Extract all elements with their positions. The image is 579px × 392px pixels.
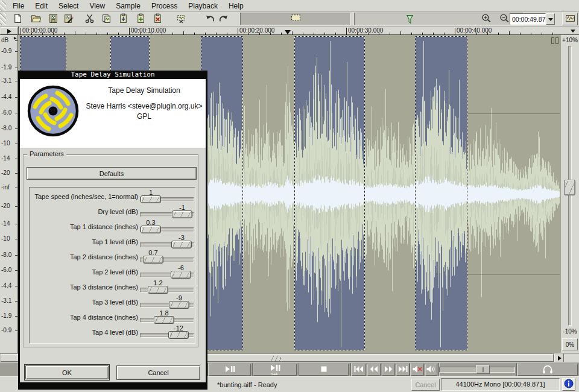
dialog-cancel-button[interactable]: Cancel — [116, 365, 200, 380]
defaults-button[interactable]: Defaults — [27, 167, 197, 180]
slider-handle[interactable] — [141, 195, 161, 203]
save-as-icon — [63, 13, 74, 25]
db-label: -4.4 — [1, 282, 11, 289]
menu-help[interactable]: Help — [223, 0, 249, 12]
plugin-logo — [27, 84, 80, 138]
info-icon — [564, 379, 574, 390]
open-button[interactable] — [28, 13, 43, 25]
db-tick — [15, 81, 17, 81]
menu-playback[interactable]: Playback — [183, 0, 223, 12]
ruler-tick — [455, 28, 455, 35]
menu-file[interactable]: File — [7, 0, 30, 12]
dialog-body: Tape Delay Simulation Steve Harris <stev… — [20, 79, 206, 382]
slider-label: Tape speed (inches/sec, 1=normal) — [25, 193, 138, 200]
application-window: FileEditSelectViewSampleProcessPlaybackH… — [0, 0, 579, 392]
cut-icon — [84, 13, 95, 25]
db-marker-icon: ▶ — [14, 36, 17, 40]
slider-handle[interactable] — [172, 210, 192, 218]
play-pause-button[interactable] — [209, 364, 251, 376]
slider-handle[interactable] — [168, 331, 189, 339]
selection-rect-icon — [291, 13, 301, 25]
new-file-button[interactable] — [10, 13, 25, 25]
redo-button[interactable] — [215, 13, 231, 25]
ruler-corner[interactable] — [561, 27, 579, 35]
scroll-right-button[interactable] — [554, 353, 564, 362]
transport-separator — [350, 363, 352, 376]
zoom-reset-button[interactable]: 0% — [562, 338, 578, 350]
skip-start-button[interactable] — [352, 364, 366, 376]
paste-icon — [118, 13, 128, 25]
db-tick — [15, 173, 17, 174]
db-tick — [15, 40, 17, 41]
info-button[interactable] — [562, 378, 575, 391]
db-tick — [15, 51, 17, 52]
slider-handle[interactable] — [143, 256, 163, 264]
menubar-grip[interactable] — [0, 1, 6, 11]
paste-button[interactable] — [115, 13, 131, 25]
slider-handle[interactable] — [148, 286, 168, 294]
slider-label: Dry level (dB) — [25, 208, 138, 215]
tool-indicator-panel — [240, 13, 351, 25]
ok-button[interactable]: OK — [25, 365, 109, 379]
slider-handle[interactable] — [171, 271, 191, 279]
record-button[interactable] — [562, 13, 578, 25]
zoom-in-button[interactable] — [478, 13, 494, 25]
scrollbar-grip-icon — [271, 356, 281, 361]
rewind-button[interactable] — [367, 364, 381, 376]
db-tick — [15, 113, 17, 113]
paste-delete-button[interactable] — [150, 13, 165, 25]
dialog-titlebar[interactable]: Tape Delay Simulation — [18, 71, 207, 79]
new-file-icon — [13, 13, 23, 25]
db-tick — [15, 97, 17, 98]
slider-handle[interactable] — [169, 301, 189, 309]
menu-items: FileEditSelectViewSampleProcessPlaybackH… — [7, 0, 249, 12]
db-label: -14 — [1, 220, 10, 227]
db-tick — [15, 301, 17, 302]
db-tick — [15, 188, 17, 188]
ruler-tick — [129, 28, 130, 35]
slider-handle[interactable] — [171, 241, 192, 248]
db-label: -8.0 — [1, 251, 11, 258]
stop-button[interactable] — [299, 364, 349, 376]
vertical-zoom-handle[interactable] — [564, 180, 575, 195]
db-label: dB — [1, 37, 8, 43]
speaker-button[interactable] — [425, 364, 437, 376]
ruler-menu-button[interactable] — [1, 27, 17, 34]
parameters-frame-label: Parameters — [27, 150, 66, 157]
time-dropdown-button[interactable] — [546, 13, 555, 25]
menu-view[interactable]: View — [84, 0, 110, 12]
skip-end-button[interactable] — [396, 364, 410, 376]
slider-label: Tap 3 level (dB) — [25, 299, 138, 306]
toolbar-grip[interactable] — [0, 13, 6, 25]
play-selection-button[interactable]: SEL — [253, 364, 297, 376]
fast-forward-button[interactable] — [382, 364, 395, 376]
menu-sample[interactable]: Sample — [110, 0, 146, 12]
menu-edit[interactable]: Edit — [30, 0, 53, 12]
paste-mix-button[interactable] — [133, 13, 148, 25]
timeline-ruler[interactable]: 00:00:00.00000:00:10.00000:00:20.00000:0… — [18, 27, 561, 35]
trim-button[interactable] — [173, 13, 189, 25]
monitor-button[interactable] — [517, 364, 578, 376]
cut-button[interactable] — [81, 13, 97, 25]
db-tick — [15, 159, 17, 159]
mute-button[interactable] — [411, 364, 424, 376]
menu-select[interactable]: Select — [53, 0, 84, 12]
menu-process[interactable]: Process — [146, 0, 183, 12]
db-tick — [15, 255, 17, 256]
time-entry[interactable]: 00:00:49.871 — [510, 13, 546, 25]
chevron-down-icon — [548, 18, 553, 21]
db-tick — [15, 206, 17, 207]
copy-icon — [101, 13, 112, 25]
volume-handle[interactable] — [476, 365, 490, 374]
playhead-marker-icon[interactable] — [285, 30, 291, 34]
ruler-time-label: 00:00:00.000 — [22, 27, 57, 34]
db-tick — [15, 224, 17, 224]
slider-handle[interactable] — [141, 226, 161, 233]
plugin-author: Steve Harris <steve@plugin.org.uk> — [83, 102, 206, 110]
cancel-button[interactable]: Cancel — [411, 379, 440, 391]
copy-button[interactable] — [98, 13, 114, 25]
db-tick — [15, 239, 17, 239]
save-button[interactable] — [45, 13, 61, 25]
save-as-button[interactable] — [60, 13, 76, 25]
slider-handle[interactable] — [154, 316, 174, 324]
